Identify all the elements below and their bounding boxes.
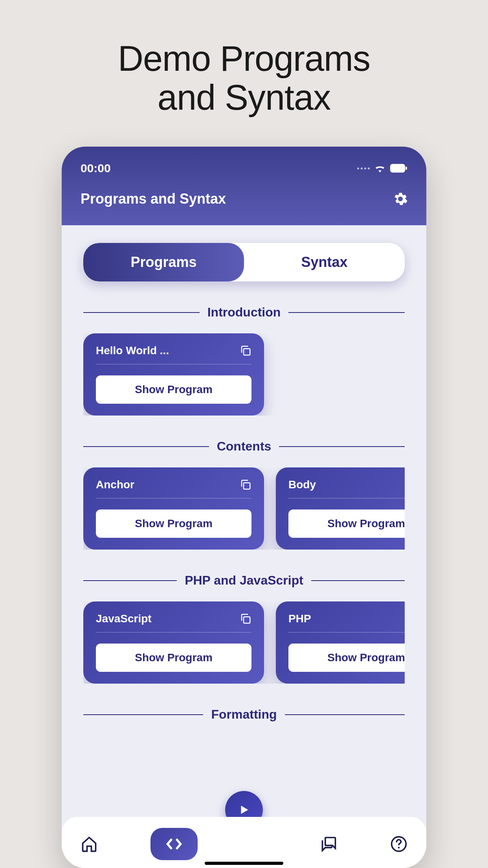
nav-chat[interactable] [320,835,338,853]
card-header: PHP [288,612,405,633]
section-title: PHP and JavaScript [83,573,405,588]
card-title: JavaScript [96,612,152,625]
card-title: Body [288,478,316,491]
home-indicator [205,862,283,865]
app-title: Programs and Syntax [81,191,226,207]
show-program-button[interactable]: Show Program [96,644,251,672]
card-title: Anchor [96,478,134,491]
svg-rect-5 [244,617,250,623]
settings-button[interactable] [393,192,407,206]
status-bar: 00:00 [81,162,407,175]
content-area: Programs Syntax Introduction Hello World… [62,225,426,868]
promo-line2: and Syntax [158,78,330,117]
card-header: JavaScript [96,612,251,633]
cards-row: JavaScript Show Program PHP Show Pr [83,601,405,684]
signal-icon [357,167,370,169]
wifi-icon [374,164,385,173]
status-icons [357,164,407,173]
program-card[interactable]: Hello World ... Show Program [83,333,264,416]
show-program-button[interactable]: Show Program [288,644,405,672]
program-card[interactable]: PHP Show Program [276,601,405,684]
status-header: 00:00 Programs and Syntax [62,147,426,225]
svg-rect-2 [244,349,250,355]
copy-icon[interactable] [240,613,251,625]
card-title: Hello World ... [96,344,169,357]
svg-rect-1 [405,167,407,170]
show-program-button[interactable]: Show Program [288,509,405,538]
section-php-js: PHP and JavaScript JavaScript Show Progr… [83,573,405,684]
card-header: Body [288,478,405,498]
card-header: Anchor [96,478,251,498]
nav-code[interactable] [150,828,198,860]
section-introduction: Introduction Hello World ... Show Progra… [83,305,405,416]
promo-line1: Demo Programs [118,39,370,78]
card-header: Hello World ... [96,344,251,364]
bottom-nav [62,817,426,868]
cards-row: Anchor Show Program Body Show Progr [83,467,405,550]
promo-title: Demo Programs and Syntax [118,39,370,117]
nav-home[interactable] [81,835,98,853]
card-title: PHP [288,612,311,625]
show-program-button[interactable]: Show Program [96,375,251,404]
app-bar: Programs and Syntax [81,191,407,207]
svg-rect-3 [244,483,250,489]
segmented-control: Programs Syntax [83,243,405,281]
cards-row: Hello World ... Show Program [83,333,405,416]
section-title: Introduction [83,305,405,320]
program-card[interactable]: Anchor Show Program [83,467,264,550]
show-program-button[interactable]: Show Program [96,509,251,538]
tab-syntax[interactable]: Syntax [244,243,405,281]
status-time: 00:00 [81,162,111,175]
section-title: Formatting [83,707,405,722]
copy-icon[interactable] [240,345,251,357]
section-title: Contents [83,439,405,454]
tab-programs[interactable]: Programs [83,243,244,281]
program-card[interactable]: Body Show Program [276,467,405,550]
section-formatting: Formatting [83,707,405,722]
device-frame: 00:00 Programs and Syntax Programs Synta… [62,147,426,868]
svg-rect-0 [391,164,405,172]
battery-icon [390,164,407,173]
svg-point-8 [398,847,400,848]
copy-icon[interactable] [240,479,251,491]
program-card[interactable]: JavaScript Show Program [83,601,264,684]
nav-help[interactable] [390,835,407,853]
section-contents: Contents Anchor Show Program Body [83,439,405,550]
